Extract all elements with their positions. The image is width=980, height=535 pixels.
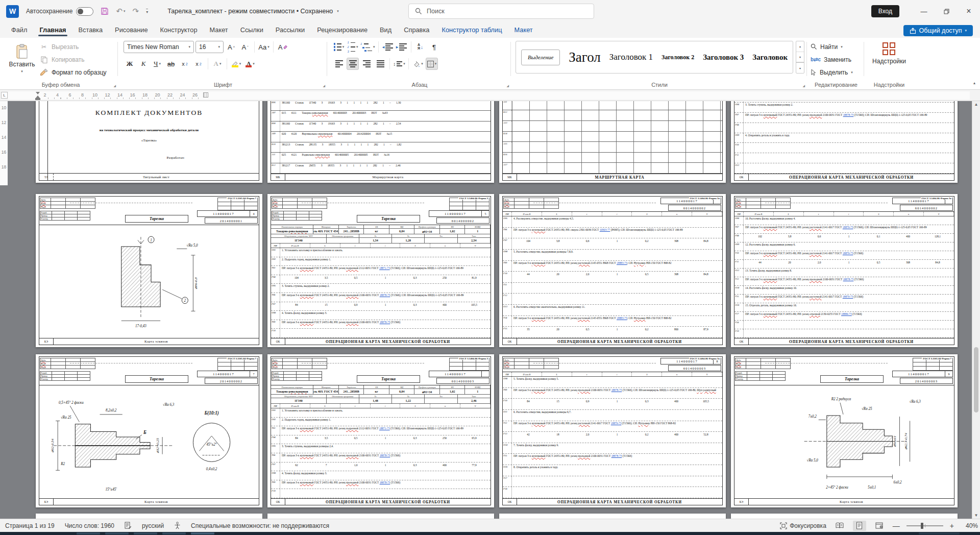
page-thumbnail[interactable]: ГОСТ 3.1118-82 Форма 1бДубл.Взам.Подл.11… xyxy=(499,101,726,183)
page-thumbnail[interactable]: КОМПЛЕКТ ДОКУМЕНТОВна технологический пр… xyxy=(36,101,262,183)
page-thumbnail[interactable]: ГОСТ 3.1105-84 Форма 7Дубл.Взам.Подл.114… xyxy=(36,354,262,507)
tab-Рассылки[interactable]: Рассылки xyxy=(270,26,311,38)
text-effects-button[interactable]: А▾ xyxy=(211,58,224,70)
page-thumbnail[interactable]: ГОСТ 3.1118-82 Форма 1Дубл.Взам.Подл.114… xyxy=(267,101,494,183)
shading-button[interactable]: ▾ xyxy=(412,58,424,70)
italic-button[interactable]: К xyxy=(137,58,150,70)
line-spacing-button[interactable]: ↕▾ xyxy=(393,58,405,70)
vertical-ruler[interactable]: 1012141618 xyxy=(0,101,8,185)
grow-font-button[interactable]: A^ xyxy=(225,41,237,53)
underline-button[interactable]: Ч▾ xyxy=(151,58,163,70)
sort-button[interactable]: АЯ↓ xyxy=(414,41,427,53)
format-painter-button[interactable]: Формат по образцу xyxy=(40,68,107,77)
superscript-button[interactable]: x2 xyxy=(192,58,205,70)
select-button[interactable]: Выделить▾ xyxy=(807,66,865,79)
page-thumbnail[interactable]: ГОСТ 3.1105-84 Форма 7Дубл.Взам.Подл.114… xyxy=(731,354,958,507)
proofing-icon[interactable] xyxy=(125,522,132,529)
tab-Конструктор[interactable]: Конструктор xyxy=(154,26,204,38)
document-canvas[interactable]: 1012141618 КОМПЛЕКТ ДОКУМЕНТОВна техноло… xyxy=(0,101,980,519)
subscript-button[interactable]: x2 xyxy=(179,58,191,70)
copy-button[interactable]: Копировать xyxy=(40,55,107,64)
windows-taskbar[interactable] xyxy=(0,532,980,535)
page-thumbnail[interactable]: ГОСТ 3.1105-84 Форма 7Дубл.Взам.Подл.114… xyxy=(36,194,262,347)
paragraph-dialog-launcher[interactable]: ◢ xyxy=(506,84,509,87)
style-item[interactable]: Выделение xyxy=(521,50,560,65)
page-thumbnail[interactable]: ГОСТ 3.1404-86 Форма 3аДубл.Взам.Подл.11… xyxy=(499,354,726,507)
style-item[interactable]: Заголовок 3 xyxy=(703,53,744,62)
align-center-button[interactable] xyxy=(347,58,359,70)
paste-button[interactable]: Вставить ▾ xyxy=(7,40,37,77)
vertical-scrollbar[interactable]: ▲ ▼ xyxy=(972,101,980,519)
find-button[interactable]: Найти▾ xyxy=(807,40,865,53)
document-title[interactable]: Тарелка_комплект - режим совместимости •… xyxy=(167,8,339,15)
tab-Рецензирование[interactable]: Рецензирование xyxy=(311,26,374,38)
collapse-ribbon-button[interactable]: ▴ xyxy=(973,81,975,85)
font-name-combo[interactable]: Times New Roman▾ xyxy=(124,41,194,53)
decrease-indent-button[interactable]: ◂ xyxy=(382,41,394,53)
horizontal-ruler[interactable]: L 2468101214161820222426 xyxy=(0,90,980,101)
tab-Конструктор таблиц[interactable]: Конструктор таблиц xyxy=(435,26,508,38)
page-indicator[interactable]: Страница 1 из 19 xyxy=(5,522,55,529)
shrink-font-button[interactable]: Aˇ xyxy=(239,41,251,53)
clear-formatting-button[interactable]: A xyxy=(277,41,289,53)
style-item[interactable]: Заголовок 2 xyxy=(662,54,694,61)
share-button[interactable]: Общий доступ ▾ xyxy=(903,25,973,36)
tab-selector[interactable]: L xyxy=(1,92,8,99)
zoom-out-button[interactable]: — xyxy=(893,522,900,530)
font-size-combo[interactable]: 16▾ xyxy=(195,41,224,53)
tab-Рисование[interactable]: Рисование xyxy=(109,26,154,38)
word-count[interactable]: Число слов: 1960 xyxy=(65,522,114,529)
style-item[interactable]: Заголовок 1 xyxy=(609,52,653,62)
font-dialog-launcher[interactable]: ◢ xyxy=(323,84,325,87)
tab-Справка[interactable]: Справка xyxy=(398,26,435,38)
read-mode-button[interactable] xyxy=(833,521,846,531)
tab-Ссылки[interactable]: Ссылки xyxy=(234,26,270,38)
justify-button[interactable] xyxy=(374,58,386,70)
increase-indent-button[interactable]: ▸ xyxy=(396,41,408,53)
multilevel-list-button[interactable]: 1▾ xyxy=(360,41,375,53)
styles-scroll-up-button[interactable]: ▴ xyxy=(796,41,804,52)
focus-button[interactable]: Фокусировка xyxy=(780,522,826,529)
taskbar-item[interactable] xyxy=(134,532,157,534)
page-thumbnail[interactable]: ГОСТ 3.1404-86 Форма 3аДубл.Взам.Подл.11… xyxy=(731,101,958,183)
autosave-control[interactable]: Автосохранение xyxy=(26,7,93,16)
clipboard-dialog-launcher[interactable]: ◢ xyxy=(113,84,116,87)
bullets-button[interactable]: ▾ xyxy=(333,41,345,53)
styles-scroll-down-button[interactable]: ▾ xyxy=(796,52,804,63)
search-box[interactable]: Поиск xyxy=(408,4,594,19)
zoom-slider[interactable] xyxy=(906,525,943,526)
tab-Главная[interactable]: Главная xyxy=(33,26,72,38)
page-thumbnail[interactable]: ГОСТ 3.1404-86 Форма 3Дубл.Взам.Подл.114… xyxy=(267,194,494,347)
accessibility-status[interactable]: Специальные возможности: не поддерживают… xyxy=(191,522,329,529)
close-button[interactable]: × xyxy=(958,0,980,22)
styles-dialog-launcher[interactable]: ◢ xyxy=(802,84,805,87)
taskbar-item[interactable] xyxy=(105,532,129,534)
highlight-button[interactable]: ▾ xyxy=(230,58,242,70)
web-layout-button[interactable] xyxy=(873,521,886,531)
zoom-in-button[interactable]: + xyxy=(950,522,954,530)
bold-button[interactable]: Ж xyxy=(124,58,136,70)
strikethrough-button[interactable]: ab xyxy=(165,58,177,70)
page-thumbnail[interactable]: ГОСТ 3.1404-86 Форма 3Дубл.Взам.Подл.114… xyxy=(267,354,494,507)
scroll-up-arrow[interactable]: ▲ xyxy=(972,102,980,107)
print-layout-button[interactable] xyxy=(853,521,866,531)
minimize-button[interactable]: — xyxy=(913,0,935,22)
align-left-button[interactable] xyxy=(333,58,345,70)
taskbar-item[interactable] xyxy=(77,532,100,534)
redo-button[interactable]: ↷ xyxy=(133,7,139,16)
numbering-button[interactable]: 123▾ xyxy=(347,41,359,53)
styles-more-button[interactable]: ▾ xyxy=(796,62,804,73)
page-thumbnail[interactable]: ГОСТ 3.1404-86 Форма 3аДубл.Взам.Подл.11… xyxy=(499,194,726,347)
zoom-level[interactable]: 40% xyxy=(961,522,978,529)
change-case-button[interactable]: Aa▾ xyxy=(258,41,270,53)
scroll-down-arrow[interactable]: ▼ xyxy=(972,513,980,518)
borders-button[interactable]: ▾ xyxy=(426,58,438,70)
signin-button[interactable]: Вход xyxy=(871,5,899,17)
left-indent-marker[interactable] xyxy=(35,98,40,100)
restore-button[interactable] xyxy=(935,0,958,22)
tab-Макет[interactable]: Макет xyxy=(204,26,234,38)
save-button[interactable] xyxy=(101,7,109,15)
taskbar-tray[interactable] xyxy=(919,532,960,534)
scrollbar-thumb[interactable] xyxy=(974,347,978,412)
undo-button[interactable]: ↶▾ xyxy=(116,7,125,16)
